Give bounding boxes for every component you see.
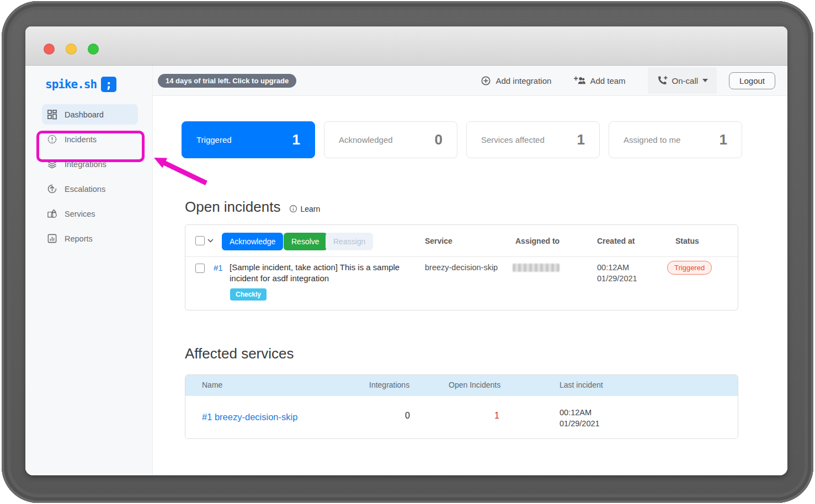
column-header-integrations: Integrations xyxy=(369,380,409,389)
services-table-header: Name Integrations Open Incidents Last in… xyxy=(185,375,738,396)
info-icon xyxy=(289,205,297,213)
stat-label: Services affected xyxy=(481,135,545,144)
add-team-button[interactable]: Add team xyxy=(573,76,625,85)
sidebar-item-label: Services xyxy=(65,210,95,218)
column-header-last-incident: Last incident xyxy=(560,380,603,389)
trial-badge[interactable]: 14 days of trial left. Click to upgrade xyxy=(158,74,296,88)
select-all-checkbox[interactable] xyxy=(195,236,205,245)
app-root: spike.sh ; Dashboard xyxy=(25,66,787,475)
chevron-down-icon[interactable] xyxy=(207,239,214,243)
sidebar-item-dashboard[interactable]: Dashboard xyxy=(42,104,138,125)
service-name-link[interactable]: #1 breezy-decision-skip xyxy=(202,412,297,422)
spike-logo-icon: ; xyxy=(101,77,116,92)
column-header-service: Service xyxy=(425,237,452,245)
layers-icon xyxy=(47,159,57,169)
service-open-incidents-count[interactable]: 1 xyxy=(494,411,499,421)
affected-services-table: Name Integrations Open Incidents Last in… xyxy=(185,374,738,439)
sidebar-item-label: Integrations xyxy=(65,160,106,169)
assigned-to-redacted-value xyxy=(513,264,560,272)
integration-badge[interactable]: Checkly xyxy=(230,288,267,301)
add-team-label: Add team xyxy=(590,76,625,85)
dashboard-content: Triggered 1 Acknowledged 0 Services affe… xyxy=(153,96,787,475)
phone-plus-icon xyxy=(657,75,668,86)
stat-value: 1 xyxy=(577,131,585,148)
sidebar-item-services[interactable]: Services xyxy=(42,203,138,224)
column-header-open-incidents: Open Incidents xyxy=(449,380,500,389)
acknowledge-button[interactable]: Acknowledge xyxy=(222,233,283,250)
add-integration-button[interactable]: Add integration xyxy=(481,76,551,86)
incident-created-at: 00:12AM 01/29/2021 xyxy=(597,262,637,284)
bar-chart-icon xyxy=(47,233,57,244)
main-column: 14 days of trial left. Click to upgrade … xyxy=(153,66,787,475)
incidents-table-header: Acknowledge Resolve Reassign Service Ass… xyxy=(185,225,738,257)
column-header-status: Status xyxy=(675,237,699,245)
column-header-name: Name xyxy=(202,380,222,389)
stat-label: Acknowledged xyxy=(339,135,393,144)
stat-card-services-affected[interactable]: Services affected 1 xyxy=(466,121,600,158)
sidebar: spike.sh ; Dashboard xyxy=(25,66,153,475)
incident-id-link[interactable]: #1 xyxy=(214,263,223,272)
incident-alert-icon xyxy=(47,134,57,144)
column-header-created-at: Created at xyxy=(597,237,635,245)
sidebar-item-incidents[interactable]: Incidents xyxy=(42,129,138,149)
stat-card-triggered[interactable]: Triggered 1 xyxy=(182,121,315,158)
row-checkbox[interactable] xyxy=(195,264,205,273)
escalation-arrow-icon xyxy=(47,184,57,194)
incident-service: breezy-decision-skip xyxy=(425,263,498,272)
window-titlebar xyxy=(25,26,787,66)
last-incident-date: 01/29/2021 xyxy=(560,418,600,429)
incident-description[interactable]: [Sample incident, take action] This is a… xyxy=(230,262,414,284)
sidebar-item-label: Dashboard xyxy=(65,110,104,119)
sidebar-item-label: Reports xyxy=(65,234,93,243)
minimize-window-button[interactable] xyxy=(66,44,77,55)
open-incidents-header: Open incidents Learn xyxy=(185,199,787,216)
browser-window: spike.sh ; Dashboard xyxy=(25,26,787,475)
open-incidents-table: Acknowledge Resolve Reassign Service Ass… xyxy=(185,224,738,310)
open-incidents-title: Open incidents xyxy=(185,199,280,216)
on-call-label: On-call xyxy=(672,76,699,85)
on-call-dropdown[interactable]: On-call xyxy=(648,67,717,94)
plus-circle-icon xyxy=(481,76,491,86)
sidebar-item-reports[interactable]: Reports xyxy=(42,228,138,249)
learn-link[interactable]: Learn xyxy=(289,205,320,213)
stat-value: 1 xyxy=(720,131,727,148)
status-badge: Triggered xyxy=(667,261,712,275)
last-incident-time: 00:12AM xyxy=(560,407,600,418)
screenshot-page: spike.sh ; Dashboard xyxy=(0,0,815,504)
created-date: 01/29/2021 xyxy=(597,273,637,284)
learn-label: Learn xyxy=(300,205,320,213)
zoom-window-button[interactable] xyxy=(88,44,99,55)
sidebar-item-escalations[interactable]: Escalations xyxy=(42,179,138,199)
logout-button[interactable]: Logout xyxy=(729,72,775,89)
sidebar-item-integrations[interactable]: Integrations xyxy=(42,154,138,174)
stat-value: 0 xyxy=(435,131,443,148)
close-window-button[interactable] xyxy=(44,44,55,55)
logo-text: spike.sh xyxy=(45,78,97,91)
created-time: 00:12AM xyxy=(597,262,637,273)
topbar-actions: Add integration Add team xyxy=(481,67,787,94)
resolve-button[interactable]: Resolve xyxy=(284,233,327,250)
service-row: #1 breezy-decision-skip 0 1 00:12AM 01/2… xyxy=(185,396,738,438)
service-last-incident: 00:12AM 01/29/2021 xyxy=(560,407,600,429)
stat-card-acknowledged[interactable]: Acknowledged 0 xyxy=(324,121,457,158)
stat-card-assigned-to-me[interactable]: Assigned to me 1 xyxy=(609,121,742,158)
service-integrations-count: 0 xyxy=(405,411,410,421)
add-integration-label: Add integration xyxy=(496,76,551,85)
sidebar-item-label: Escalations xyxy=(65,185,105,194)
add-team-icon xyxy=(573,76,585,85)
affected-services-title: Affected services xyxy=(185,345,787,362)
column-header-assigned-to: Assigned to xyxy=(515,237,560,245)
stat-value: 1 xyxy=(292,131,300,148)
incident-row: #1 [Sample incident, take action] This i… xyxy=(185,257,738,311)
chevron-down-icon xyxy=(702,79,708,82)
reassign-button[interactable]: Reassign xyxy=(326,233,373,250)
stat-label: Assigned to me xyxy=(624,135,680,144)
sidebar-item-label: Incidents xyxy=(65,135,97,144)
logo[interactable]: spike.sh ; xyxy=(45,77,152,92)
dashboard-grid-icon xyxy=(47,109,57,120)
sidebar-nav: Dashboard Incidents xyxy=(25,104,152,249)
stat-label: Triggered xyxy=(196,135,232,144)
traffic-lights xyxy=(44,44,99,55)
shapes-icon xyxy=(47,208,57,219)
stats-row: Triggered 1 Acknowledged 0 Services affe… xyxy=(182,121,787,158)
